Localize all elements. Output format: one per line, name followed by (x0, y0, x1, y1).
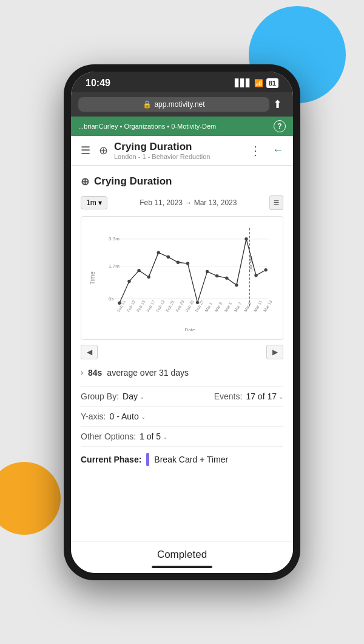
header-target-icon: ⊕ (99, 144, 108, 157)
chart-menu-button[interactable]: ≡ (269, 195, 283, 210)
other-value: 1 of 5 (140, 432, 161, 441)
status-bar: 10:49 ▋▋▋ 📶 81 (71, 72, 293, 92)
breadcrumb-bar: ...brianCurley • Organizations • 0-Motiv… (71, 117, 293, 136)
group-by-selector[interactable]: Day ⌄ (123, 391, 144, 401)
url-text: app.motivity.net (154, 100, 204, 109)
group-by-value: Day (123, 391, 138, 401)
x-axis-label: Date (185, 327, 195, 331)
x-label: Feb 13 (126, 299, 136, 313)
phone-shell: 10:49 ▋▋▋ 📶 81 🔒 app.motivity.net ⬆ ...b… (64, 64, 300, 580)
x-label: Feb 19 (155, 299, 166, 313)
wifi-icon: 📶 (254, 79, 263, 87)
battery-indicator: 81 (266, 78, 278, 88)
yaxis-label: Y-axis: (81, 412, 106, 421)
status-icons: ▋▋▋ 📶 81 (235, 78, 278, 88)
x-label: Mar 7 (234, 301, 243, 313)
data-point (127, 279, 130, 282)
other-selector[interactable]: 1 of 5 ⌄ (140, 432, 167, 441)
date-arrow: → (184, 198, 194, 207)
completed-text: Completed (71, 549, 293, 561)
data-point (157, 251, 160, 254)
main-content: ⊕ Crying Duration 1m ▾ Feb 11, 2023 → Ma… (71, 166, 293, 541)
events-label: Events: (214, 391, 243, 401)
stats-expand-icon[interactable]: › (81, 368, 83, 377)
x-label: Mar 3 (214, 301, 223, 313)
browser-bar: 🔒 app.motivity.net ⬆ (71, 92, 293, 117)
scroll-right-button[interactable]: ▶ (266, 345, 283, 359)
events-chevron: ⌄ (278, 393, 283, 400)
data-point (225, 276, 228, 279)
data-point (167, 255, 170, 258)
yaxis-value: 0 - Auto (110, 412, 139, 421)
yaxis-chevron: ⌄ (141, 413, 146, 420)
y-axis-label: Time (89, 271, 96, 285)
section-icon: ⊕ (81, 175, 89, 188)
events-value: 17 of 17 (246, 391, 277, 401)
y-tick-low: 0s (109, 296, 113, 301)
chart-line (120, 239, 266, 302)
breadcrumb-text: ...brianCurley • Organizations • 0-Motiv… (78, 123, 274, 130)
data-point (177, 260, 180, 263)
date-range: Feb 11, 2023 → Mar 13, 2023 (113, 198, 263, 207)
x-label: Feb 27 (194, 299, 204, 313)
page-subtitle: London - 1 - Behavior Reduction (114, 153, 241, 160)
data-point (244, 237, 248, 240)
x-label: Feb 23 (175, 299, 185, 313)
data-point (186, 262, 189, 265)
chart-container: Time 3.3m 1.7m 0s Our sick (81, 216, 283, 341)
data-point (215, 274, 218, 277)
x-label: Mar 11 (253, 299, 263, 313)
help-button[interactable]: ? (274, 120, 286, 132)
decorative-circle-orange (0, 462, 61, 535)
section-title-text: Crying Duration (94, 175, 172, 188)
data-point (137, 268, 140, 271)
stats-row: › 84s average over 31 days (81, 368, 283, 378)
menu-button[interactable]: ☰ (78, 141, 93, 160)
section-title: ⊕ Crying Duration (81, 175, 283, 188)
x-label: Feb 17 (146, 299, 156, 313)
yaxis-row: Y-axis: 0 - Auto ⌄ (81, 406, 283, 426)
group-by-label: Group By: (81, 391, 119, 401)
phase-name: Break Card + Timer (154, 455, 228, 464)
phase-label: Current Phase: (81, 455, 141, 464)
phase-color-indicator (146, 453, 149, 466)
date-to: Mar 13, 2023 (194, 198, 237, 207)
other-chevron: ⌄ (163, 433, 167, 440)
share-button[interactable]: ⬆ (269, 98, 286, 111)
events-selector[interactable]: 17 of 17 ⌄ (246, 391, 283, 401)
x-label: Feb 21 (165, 299, 175, 313)
back-button[interactable]: ← (270, 141, 286, 159)
line-chart: 3.3m 1.7m 0s Our sick (109, 223, 277, 331)
url-bar[interactable]: 🔒 app.motivity.net (78, 97, 269, 112)
yaxis-selector[interactable]: 0 - Auto ⌄ (110, 412, 146, 421)
scroll-left-button[interactable]: ◀ (81, 345, 98, 359)
lock-icon: 🔒 (143, 100, 152, 109)
app-header: ☰ ⊕ Crying Duration London - 1 - Behavio… (71, 136, 293, 166)
x-label: Feb 25 (184, 299, 195, 313)
data-point (235, 283, 238, 286)
data-point (206, 269, 209, 273)
y-tick-high: 3.3m (109, 236, 120, 242)
group-by-chevron: ⌄ (140, 393, 144, 400)
other-options-row: Other Options: 1 of 5 ⌄ (81, 426, 283, 446)
status-time: 10:49 (86, 78, 110, 89)
home-indicator (152, 566, 212, 568)
header-title-group: Crying Duration London - 1 - Behavior Re… (114, 141, 241, 160)
chart-controls: 1m ▾ Feb 11, 2023 → Mar 13, 2023 ≡ (81, 195, 283, 210)
x-label: Mar 5 (224, 301, 233, 313)
x-label: Mar 9 (243, 301, 252, 313)
period-selector[interactable]: 1m ▾ (81, 196, 107, 209)
phase-row: Current Phase: Break Card + Timer (81, 446, 283, 472)
x-label: Feb 11 (116, 299, 127, 313)
phone-screen: 10:49 ▋▋▋ 📶 81 🔒 app.motivity.net ⬆ ...b… (71, 72, 293, 573)
x-label: Mar 13 (263, 299, 273, 313)
y-tick-mid: 1.7m (109, 263, 120, 269)
more-options-button[interactable]: ⋮ (247, 141, 264, 160)
x-label: Mar 1 (204, 301, 213, 313)
stats-average: 84s (88, 368, 102, 378)
page-title: Crying Duration (114, 141, 241, 153)
signal-icon: ▋▋▋ (235, 79, 251, 87)
bottom-nav: Completed (71, 541, 293, 573)
other-label: Other Options: (81, 432, 136, 441)
group-by-row: Group By: Day ⌄ Events: 17 of 17 ⌄ (81, 386, 283, 406)
